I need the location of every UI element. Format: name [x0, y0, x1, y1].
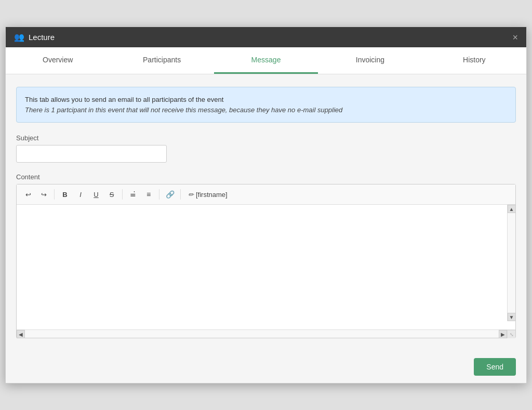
toolbar-separator-1	[54, 189, 55, 200]
toolbar-separator-3	[159, 189, 159, 200]
tab-history[interactable]: History	[422, 47, 526, 74]
toolbar-separator-4	[180, 189, 181, 200]
footer: Send	[6, 351, 526, 383]
resize-handle[interactable]: ⤡	[507, 330, 515, 338]
horizontal-scrollbar-row: ◀ ▶ ⤡	[17, 329, 515, 338]
scroll-right-button[interactable]: ▶	[499, 330, 507, 338]
editor-body-area: ▲ ▼	[17, 205, 515, 329]
scroll-track-horizontal	[25, 330, 499, 338]
close-button[interactable]: ×	[512, 33, 518, 42]
ordered-list-button[interactable]: ≡̇	[126, 188, 140, 201]
titlebar-left: 👥 Lecture	[14, 32, 55, 42]
content-textarea[interactable]	[17, 205, 507, 329]
strikethrough-button[interactable]: S	[104, 188, 119, 201]
tab-message[interactable]: Message	[214, 47, 318, 74]
italic-button[interactable]: I	[73, 188, 88, 201]
variable-label: [firstname]	[196, 191, 228, 199]
scroll-left-button[interactable]: ◀	[17, 330, 25, 338]
scroll-track-vertical	[508, 213, 515, 313]
vertical-scrollbar[interactable]: ▲ ▼	[507, 205, 515, 321]
content-label: Content	[16, 173, 516, 181]
undo-button[interactable]: ↩	[21, 188, 35, 201]
send-button[interactable]: Send	[474, 358, 516, 376]
variable-icon: ✏	[188, 191, 194, 199]
scroll-down-button[interactable]: ▼	[508, 313, 516, 321]
tab-invoicing[interactable]: Invoicing	[318, 47, 422, 74]
rich-text-editor: ↩ ↪ B I U S ≡̇	[16, 184, 516, 338]
application-window: 👥 Lecture × Overview Participants Messag…	[5, 27, 527, 383]
editor-toolbar: ↩ ↪ B I U S ≡̇	[17, 184, 515, 205]
underline-button[interactable]: U	[89, 188, 103, 201]
toolbar-separator-2	[122, 189, 123, 200]
subject-label: Subject	[16, 134, 516, 142]
titlebar: 👥 Lecture ×	[6, 27, 526, 47]
bold-button[interactable]: B	[58, 188, 72, 201]
info-banner: This tab allows you to send an email to …	[16, 87, 516, 123]
firstname-variable-button[interactable]: ✏ [firstname]	[184, 188, 232, 201]
main-content: This tab allows you to send an email to …	[6, 74, 526, 351]
tab-overview[interactable]: Overview	[6, 47, 110, 74]
info-line2: There is 1 partcipant in this event that…	[25, 105, 507, 115]
users-icon: 👥	[14, 32, 24, 42]
scroll-up-button[interactable]: ▲	[508, 205, 516, 213]
subject-input[interactable]	[16, 145, 167, 163]
info-line1: This tab allows you to send an email to …	[25, 95, 507, 105]
tab-participants[interactable]: Participants	[110, 47, 214, 74]
unordered-list-button[interactable]: ≡	[141, 188, 156, 201]
tab-bar: Overview Participants Message Invoicing …	[6, 47, 526, 74]
redo-button[interactable]: ↪	[36, 188, 51, 201]
link-button[interactable]: 🔗	[163, 188, 177, 201]
window-title: Lecture	[29, 33, 55, 42]
